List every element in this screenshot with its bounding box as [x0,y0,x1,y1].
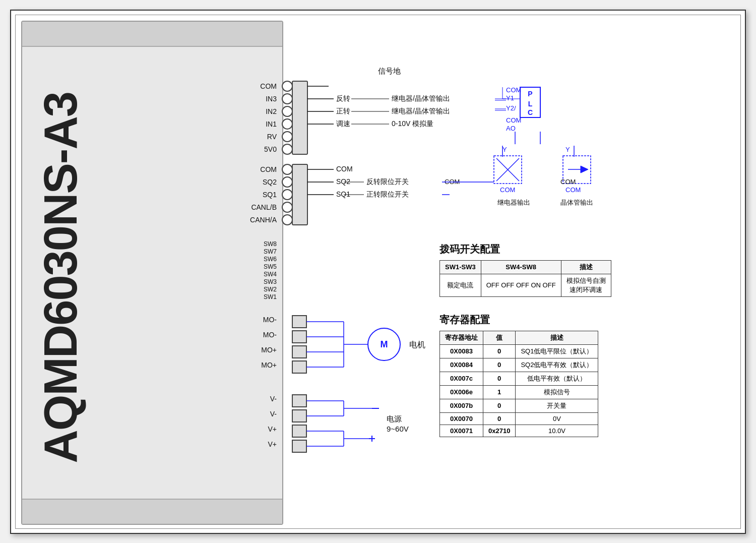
com-relay-label: COM [500,186,515,194]
func-relay-transistor-1: 继电器/晶体管输出 [392,94,450,102]
reg-desc-0: SQ1低电平限位（默认） [516,344,598,358]
func-analog-0-10v: 0-10V 模拟量 [392,119,433,128]
rect-mo-2 [292,331,306,343]
reg-desc-2: 低电平有效（默认） [516,372,598,385]
reg-addr-3: 0X006e [440,385,483,399]
motor-m-label: M [381,339,388,349]
terminal-bar-top [292,81,307,154]
reg-addr-4: 0X007b [440,399,483,412]
reg-row-6: 0X00710x271010.0V [440,425,598,437]
power-label: 电源 [387,414,402,423]
switch-config-table: SW1-SW3 SW4-SW8 描述 额定电流 OFF OFF OFF ON O… [439,260,611,297]
rect-v-1 [292,395,306,407]
reg-header-3: 描述 [516,331,598,344]
sq1-func-label: SQ1 [336,190,350,198]
sw-header-3: 描述 [561,260,611,274]
sw-row1-col3: 模拟信号自测 速闭环调速 [561,274,611,296]
rect-mo+1 [292,346,306,358]
terminal-sq2 [282,177,292,187]
plc-box [520,87,540,117]
rect-v-2 [292,410,306,422]
relay-out-text: 继电器输出 [497,199,530,206]
reg-header-2: 值 [483,331,516,344]
ao-label: AO [506,125,516,132]
sw-header-2: SW4-SW8 [481,260,561,274]
reg-row-1: 0X00840SQ2低电平有效（默认） [440,358,598,372]
plc-l: L [528,100,533,108]
motor-text-label: 电机 [409,340,425,349]
plc-p: P [528,90,532,98]
register-config-title: 寄存器配置 [439,313,598,327]
plc-com-label: COM [506,86,521,94]
terminal-in3 [282,94,292,104]
transistor-box [563,156,591,184]
rect-mo+2 [292,361,306,373]
plc-y2-label: Y2/ [506,104,516,112]
relay-x1 [496,158,519,181]
func-relay-transistor-2: 继电器/晶体管输出 [392,107,450,115]
reg-desc-3: 模拟信号 [516,385,598,399]
terminal-com2 [282,164,292,174]
mid-com-label: COM [336,165,353,173]
sw-row-1: 额定电流 OFF OFF OFF ON OFF 模拟信号自测 速闭环调速 [440,274,611,296]
reg-val-0: 0 [483,344,516,358]
terminal-canlb [282,202,292,212]
switch-config-section: 拨码开关配置 SW1-SW3 SW4-SW8 描述 额定电流 OFF OFF O… [439,243,611,297]
reg-row-3: 0X006e1模拟信号 [440,385,598,399]
rect-v+1 [292,425,306,437]
transistor-arrow-head [581,166,588,173]
com-mid-right: COM [445,178,460,186]
plc-y1-label: Y1 [506,94,514,102]
reg-val-3: 1 [483,385,516,399]
register-config-section: 寄存器配置 寄存器地址 值 描述 0X00830SQ1低电平限位（默认）0X00… [439,313,598,437]
terminal-in2 [282,106,292,116]
terminal-sq1 [282,190,292,200]
power-range: 9~60V [387,425,409,433]
signal-ground-label: 信号地 [378,67,401,75]
func-forward: 正转 [336,107,350,115]
reg-val-4: 0 [483,399,516,412]
main-container: AQMD6030NS-A3 COM IN3 IN2 IN1 RV 5V0 COM… [10,10,746,534]
reg-desc-5: 0V [516,412,598,425]
terminal-bar-mid [292,164,307,225]
reg-row-5: 0X007000V [440,412,598,425]
reg-header-1: 寄存器地址 [440,331,483,344]
terminal-rv [282,132,292,142]
forward-limit-text: 正转限位开关 [366,190,409,198]
reg-desc-6: 10.0V [516,425,598,437]
terminal-in1 [282,119,292,129]
reg-addr-6: 0X0071 [440,425,483,437]
reg-addr-5: 0X0070 [440,412,483,425]
model-label: AQMD6030NS-A3 [37,92,84,463]
func-speed: 调速 [336,119,350,128]
reg-val-2: 0 [483,372,516,385]
sw-row1-col2: OFF OFF OFF ON OFF [481,274,561,296]
reg-val-5: 0 [483,412,516,425]
reg-val-6: 0x2710 [483,425,516,437]
rect-v+2 [292,440,306,452]
terminal-5v0 [282,144,292,154]
reg-val-1: 0 [483,358,516,372]
transistor-out-text: 晶体管输出 [560,199,593,206]
terminal-com1 [282,81,292,91]
com-ao-label: COM [506,116,521,124]
com-transistor-label: COM [565,186,581,194]
motor-symbol [368,328,400,360]
y-label-2: Y [565,146,570,153]
func-reverse: 反转 [336,94,350,102]
com-mid-right2: COM [560,178,576,186]
reg-addr-0: 0X0083 [440,344,483,358]
relay-box [494,156,522,184]
reg-desc-4: 开关量 [516,399,598,412]
relay-x2 [496,158,519,181]
terminal-canha [282,215,292,225]
rect-mo-1 [292,316,306,328]
reg-addr-2: 0X007c [440,372,483,385]
sq2-func-label: SQ2 [336,177,350,186]
register-config-table: 寄存器地址 值 描述 0X00830SQ1低电平限位（默认）0X00840SQ2… [439,331,598,437]
sw-row1-col1: 额定电流 [440,274,481,296]
switch-config-title: 拨码开关配置 [439,243,611,256]
y-label-1: Y [502,146,507,153]
reg-addr-1: 0X0084 [440,358,483,372]
plc-c: C [528,108,533,116]
